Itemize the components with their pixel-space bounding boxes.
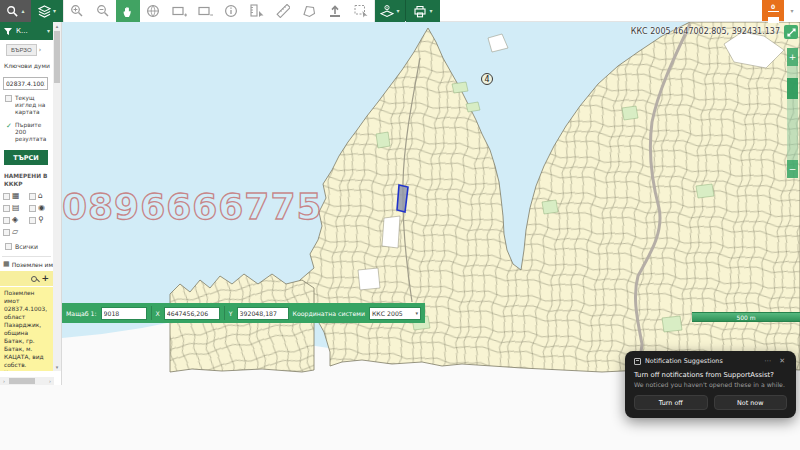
scale-label: Мащаб 1: — [66, 310, 97, 317]
checkbox-unchecked[interactable] — [5, 95, 12, 102]
zoom-to-result-icon[interactable] — [31, 276, 37, 282]
pan-tool-button[interactable] — [116, 0, 140, 22]
notification-message: Turn off notifications from SupportAssis… — [634, 371, 787, 379]
scrollbar-thumb[interactable] — [9, 378, 35, 384]
scroll-up-arrow[interactable]: ▴ — [53, 22, 61, 30]
list-lines-icon — [768, 11, 779, 17]
zoom-control: + − — [787, 48, 798, 178]
map-viewport[interactable]: 0896666775 ККС 2005 4647002.805, 392431.… — [62, 22, 800, 378]
toggle-schemes[interactable]: ◈ — [3, 216, 25, 224]
zoom-window-in-button[interactable] — [166, 0, 192, 22]
notification-app-icon — [634, 358, 641, 365]
zoom-out-tool-button[interactable] — [90, 0, 116, 22]
map-scale-bar: 500 m — [692, 312, 800, 322]
printer-icon — [413, 5, 427, 18]
fullscreen-button[interactable] — [784, 25, 798, 39]
print-button[interactable]: ▾ — [406, 0, 440, 22]
crs-select[interactable]: ККС 2005 ▾ — [369, 307, 421, 320]
turn-off-button[interactable]: Turn off — [634, 395, 708, 410]
rect-zoom-out-icon — [198, 5, 213, 18]
first200-label: Първите 200 резултата — [15, 122, 51, 144]
checkbox-checked[interactable]: ✓ — [5, 122, 12, 129]
current-view-checkbox-row[interactable]: Текущ изглед на картата — [5, 95, 51, 117]
keywords-input[interactable] — [3, 77, 48, 90]
parcel-info-panel[interactable]: Поземлен имот 02837.4.1003, област Пазар… — [0, 287, 53, 371]
zoom-slider-track[interactable] — [787, 66, 798, 160]
survey-point-icon: ⚲ — [38, 216, 44, 224]
toggle-structures[interactable]: ▤ — [3, 204, 25, 212]
measure-settings-button[interactable] — [244, 0, 270, 22]
zoom-in-icon — [70, 4, 84, 18]
search-submit-button[interactable]: ТЪРСИ — [4, 150, 48, 165]
not-now-button[interactable]: Not now — [714, 395, 788, 410]
hand-pan-icon — [122, 5, 134, 18]
overview-map-button[interactable] — [140, 0, 166, 22]
x-coordinate-input[interactable] — [164, 307, 220, 320]
add-result-icon[interactable]: + — [41, 274, 49, 283]
zoom-window-out-button[interactable] — [192, 0, 218, 22]
rect-zoom-in-icon — [172, 5, 187, 18]
polygon-icon — [302, 4, 316, 18]
parcel-section-label: Поземлен им — [12, 261, 53, 268]
zoom-slider-handle[interactable] — [787, 78, 798, 99]
import-button[interactable] — [322, 0, 348, 22]
grid-icon: ▦ — [3, 261, 10, 268]
measure-area-button[interactable] — [296, 0, 322, 22]
home-icon: ⌂ — [38, 192, 43, 200]
layers-menu-button[interactable]: ▾ — [31, 0, 63, 22]
notifications-menu-caret[interactable]: ▾ — [784, 0, 800, 22]
layers-info-menu-button[interactable]: ▾ — [375, 0, 405, 22]
caret-down-icon: ▾ — [429, 8, 432, 14]
sidebar-header-dropdown[interactable]: К... ▾ — [0, 22, 53, 40]
scroll-left-arrow[interactable]: › — [0, 377, 8, 385]
quick-tab-button[interactable]: БЪРЗО — [6, 44, 37, 56]
scroll-right-arrow[interactable]: › — [46, 377, 54, 385]
map-marker-4[interactable]: 4 — [481, 73, 493, 85]
chevron-right-icon[interactable]: › — [39, 46, 42, 54]
layers-info-icon — [380, 5, 394, 18]
chevron-down-icon: ▾ — [415, 310, 418, 316]
all-label: Всички — [15, 243, 38, 251]
toggle-points-of-interest[interactable]: ◉ — [29, 204, 51, 212]
all-checkbox-row[interactable]: Всички — [5, 243, 51, 251]
toggle-zones[interactable]: ▱ — [3, 228, 25, 236]
toggle-geodetic-points[interactable]: ⚲ — [29, 216, 51, 224]
toggle-buildings[interactable]: ⌂ — [29, 192, 51, 200]
sidebar-vertical-scrollbar[interactable]: ▴ ▾ — [53, 22, 61, 371]
map-statusbar: Мащаб 1: X Y Координатна системи ККС 200… — [62, 303, 425, 323]
building-icon: ▤ — [12, 204, 20, 212]
scroll-down-arrow[interactable]: ▾ — [53, 363, 61, 371]
caret-up-icon: ▴ — [21, 8, 24, 14]
crs-selected-value: ККС 2005 — [372, 310, 403, 317]
result-layer-toggles: ▦ ⌂ ▤ ◉ ◈ ⚲ ▱ — [3, 192, 53, 236]
scrollbar-thumb[interactable] — [54, 31, 60, 83]
zoom-in-button[interactable]: + — [787, 48, 798, 66]
sidebar-horizontal-scrollbar[interactable]: › › — [0, 377, 54, 385]
layers-icon — [38, 5, 51, 18]
zoom-out-button[interactable]: − — [787, 160, 798, 178]
checkbox-unchecked[interactable] — [5, 243, 12, 250]
found-in-label-line2: КККР — [4, 181, 53, 189]
zoom-in-tool-button[interactable] — [64, 0, 90, 22]
parcel-info-text: Поземлен имот 02837.4.1003, област Пазар… — [4, 290, 47, 371]
measure-distance-button[interactable] — [270, 0, 296, 22]
expand-arrows-icon — [787, 28, 796, 37]
select-features-button[interactable] — [348, 0, 374, 22]
select-rectangle-icon — [354, 4, 369, 18]
y-coordinate-input[interactable] — [237, 307, 289, 320]
caret-down-icon: ▾ — [396, 8, 399, 14]
toggle-parcels[interactable]: ▦ — [3, 192, 25, 200]
map-canvas[interactable] — [62, 22, 800, 378]
feature-info-button[interactable] — [218, 0, 244, 22]
notifications-list-button[interactable]: 0 — [762, 0, 784, 21]
ruler-setup-icon — [250, 4, 265, 18]
close-icon[interactable]: ✕ — [777, 357, 787, 365]
sidebar-header-label: К... — [16, 27, 28, 35]
sidebar-content: БЪРЗО › Ключови думи Текущ изглед на кар… — [0, 40, 53, 371]
first200-checkbox-row[interactable]: ✓ Първите 200 резултата — [5, 122, 51, 144]
app-window: 0896666775 ККС 2005 4647002.805, 392431.… — [0, 0, 800, 450]
scale-input[interactable] — [101, 307, 147, 320]
statusbar-separator — [224, 306, 225, 320]
search-panel-button[interactable]: ▴ — [0, 0, 31, 22]
more-options-icon[interactable]: ⋯ — [762, 357, 773, 365]
